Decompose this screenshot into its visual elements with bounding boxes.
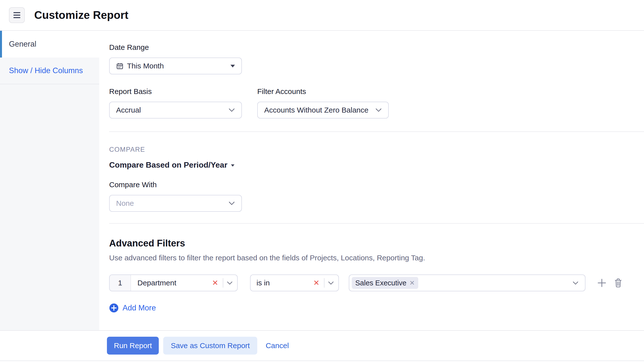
sidebar-item-label: General: [9, 40, 36, 49]
compare-based-on-label: Compare Based on Period/Year: [109, 160, 228, 170]
chevron-down-icon[interactable]: [227, 281, 233, 285]
filter-accounts-group: Filter Accounts Accounts Without Zero Ba…: [257, 87, 389, 118]
sidebar: General Show / Hide Columns: [0, 31, 99, 330]
chevron-down-icon[interactable]: [572, 281, 578, 285]
caret-down-icon: [231, 164, 234, 167]
filter-row-index: 1: [110, 275, 131, 291]
chevron-down-icon: [375, 108, 382, 112]
report-basis-label: Report Basis: [109, 87, 242, 96]
run-report-button[interactable]: Run Report: [107, 337, 159, 355]
content-area: General Show / Hide Columns Date Range: [0, 31, 644, 330]
chevron-down-icon: [228, 108, 235, 112]
compare-section-label: COMPARE: [109, 146, 644, 153]
page-title: Customize Report: [34, 9, 128, 21]
date-range-select[interactable]: This Month: [109, 57, 242, 74]
compare-with-select[interactable]: None: [109, 195, 242, 212]
filter-row: 1 Department ✕ is in ✕ Sales Executive: [109, 275, 644, 291]
remove-chip-button[interactable]: ✕: [409, 280, 415, 286]
clear-field-button[interactable]: ✕: [211, 279, 219, 287]
filter-accounts-select[interactable]: Accounts Without Zero Balance: [257, 102, 389, 118]
cancel-button[interactable]: Cancel: [266, 342, 289, 350]
compare-with-value: None: [116, 199, 228, 208]
compare-with-label: Compare With: [109, 181, 644, 189]
value-chip: Sales Executive ✕: [352, 277, 418, 289]
filter-value-multiselect[interactable]: Sales Executive ✕: [349, 275, 586, 291]
section-divider: [109, 131, 644, 132]
date-range-value: This Month: [127, 62, 230, 70]
header: Customize Report: [0, 0, 644, 31]
filter-accounts-value: Accounts Without Zero Balance: [264, 106, 375, 114]
divider: [324, 278, 324, 288]
trash-icon: [614, 278, 623, 288]
chevron-down-icon: [228, 201, 235, 205]
delete-row-button[interactable]: [614, 278, 623, 288]
section-divider: [109, 223, 644, 224]
compare-based-on-toggle[interactable]: Compare Based on Period/Year: [109, 160, 234, 170]
hamburger-icon: [14, 12, 20, 18]
footer-actions: Run Report Save as Custom Report Cancel: [0, 330, 644, 361]
menu-button[interactable]: [9, 7, 25, 23]
filter-operator-value: is in: [256, 279, 312, 287]
circle-plus-icon: [109, 303, 118, 313]
sidebar-item-show-hide-columns[interactable]: Show / Hide Columns: [0, 57, 99, 84]
report-basis-value: Accrual: [116, 106, 228, 114]
sidebar-item-general[interactable]: General: [0, 31, 99, 57]
add-condition-button[interactable]: [597, 278, 607, 288]
clear-operator-button[interactable]: ✕: [312, 279, 320, 287]
caret-down-icon: [230, 65, 235, 67]
filter-accounts-label: Filter Accounts: [257, 87, 389, 96]
calendar-icon: [116, 62, 124, 70]
advanced-filters-title: Advanced Filters: [109, 238, 644, 249]
general-panel: Date Range This Month Rep: [99, 31, 644, 330]
filter-field-select[interactable]: 1 Department ✕: [109, 275, 238, 291]
add-more-label: Add More: [122, 304, 156, 313]
filter-field-value: Department: [131, 279, 211, 287]
plus-icon: [597, 278, 607, 288]
filter-operator-select[interactable]: is in ✕: [250, 275, 339, 291]
divider: [223, 278, 223, 288]
advanced-filters-description: Use advanced filters to filter the repor…: [109, 254, 644, 262]
sidebar-item-label: Show / Hide Columns: [9, 66, 83, 75]
date-range-label: Date Range: [109, 43, 644, 51]
report-basis-select[interactable]: Accrual: [109, 102, 242, 118]
chevron-down-icon[interactable]: [328, 281, 334, 285]
save-as-custom-report-button[interactable]: Save as Custom Report: [163, 337, 257, 355]
value-chip-label: Sales Executive: [355, 279, 406, 287]
report-basis-group: Report Basis Accrual: [109, 87, 242, 118]
add-more-button[interactable]: Add More: [109, 303, 156, 313]
